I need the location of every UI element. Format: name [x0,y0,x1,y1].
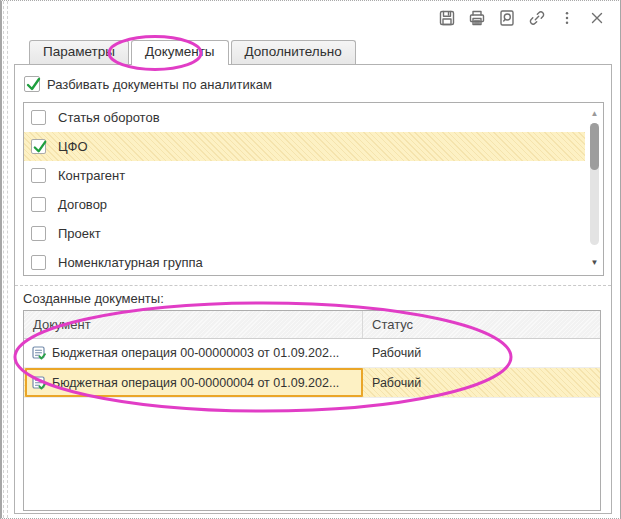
budget-operation-document-icon [31,375,47,391]
save-button[interactable] [436,7,457,28]
checkbox-box[interactable] [31,226,46,241]
checkbox-box[interactable] [31,139,46,154]
list-item-label: Договор [58,197,107,212]
left-splitter-line [3,1,4,518]
list-item-label: Номенклатурная группа [58,255,203,270]
list-scrollbar[interactable]: ▲ ▼ [586,103,603,275]
column-header-document[interactable]: Документ [24,311,363,338]
list-item-label: ЦФО [58,139,88,154]
checkbox-box[interactable] [31,110,46,125]
created-documents-table: Документ Статус Бюджетная операция 00-00… [23,310,601,511]
scroll-up-icon[interactable]: ▲ [586,109,603,119]
documents-tab-panel: Разбивать документы по аналитикам Статья… [14,64,612,514]
print-preview-button[interactable] [496,7,517,28]
print-preview-icon [497,8,517,28]
list-item-label: Статья оборотов [58,110,160,125]
scrollbar-thumb[interactable] [590,123,599,170]
print-icon [467,8,487,28]
analytics-list: Статья оборотов ЦФО Контрагент Договор [23,102,604,276]
tab-documents[interactable]: Документы [131,40,229,65]
checkbox-box [24,76,40,92]
more-button[interactable] [556,7,577,28]
document-cell-text: Бюджетная операция 00-00000004 от 01.09.… [52,376,339,390]
status-cell: Рабочий [363,339,600,367]
close-icon [587,8,607,28]
list-item[interactable]: Статья оборотов [24,103,585,132]
checkbox-box[interactable] [31,168,46,183]
tab-additional[interactable]: Дополнительно [231,40,356,64]
table-header-row: Документ Статус [24,311,600,339]
dialog-window: Параметры Документы Дополнительно Разбив… [0,0,621,519]
checkbox-label: Разбивать документы по аналитикам [47,77,272,92]
status-cell: Рабочий [363,368,600,397]
window-toolbar [436,7,607,28]
table-row[interactable]: Бюджетная операция 00-00000004 от 01.09.… [24,368,600,398]
list-item-label: Проект [58,226,101,241]
save-icon [437,8,457,28]
close-button[interactable] [586,7,607,28]
split-by-analytics-checkbox[interactable]: Разбивать документы по аналитикам [24,76,272,92]
list-item[interactable]: Договор [24,190,585,219]
budget-operation-document-icon [31,345,47,361]
list-item[interactable]: Номенклатурная группа [24,248,585,276]
checkbox-box[interactable] [31,255,46,270]
column-header-status[interactable]: Статус [363,311,600,338]
checkbox-box[interactable] [31,197,46,212]
checkmark-icon [31,138,50,157]
kebab-menu-icon [557,8,577,28]
horizontal-splitter[interactable] [15,285,611,286]
list-item[interactable]: ЦФО [24,132,585,161]
left-splitter-line [7,1,8,518]
print-button[interactable] [466,7,487,28]
focused-cell[interactable]: Бюджетная операция 00-00000004 от 01.09.… [25,368,363,397]
table-row[interactable]: Бюджетная операция 00-00000003 от 01.09.… [24,339,600,368]
checkmark-icon [24,75,44,95]
created-documents-label: Созданные документы: [23,291,164,306]
copy-link-button[interactable] [526,7,547,28]
tab-parameters[interactable]: Параметры [29,40,129,64]
scroll-down-icon[interactable]: ▼ [586,258,603,268]
list-item[interactable]: Проект [24,219,585,248]
list-item[interactable]: Контрагент [24,161,585,190]
link-icon [527,8,547,28]
list-item-label: Контрагент [58,168,125,183]
tab-bar: Параметры Документы Дополнительно [29,40,358,65]
document-cell-text: Бюджетная операция 00-00000003 от 01.09.… [52,346,339,360]
